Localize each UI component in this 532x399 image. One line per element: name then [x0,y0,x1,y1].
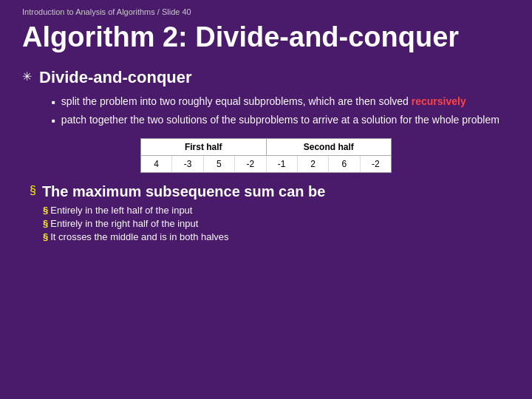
main-bullet-icon: ✳ [22,69,32,83]
sub-section-prefix-1: § [43,205,48,216]
table-cell-2: 5 [204,156,235,172]
sub-bullet-1-icon: ■ [52,98,55,106]
sub-section-bullet-3: § It crosses the middle and is in both h… [43,231,510,242]
sub-section-bullet-1: § Entirely in the left half of the input [43,205,510,216]
sub-section-bullets: § Entirely in the left half of the input… [43,205,510,242]
sub-section-text-1: Entirely in the left half of the input [50,205,192,216]
sub-section-text-3: It crosses the middle and is in both hal… [50,231,228,242]
sub-bullet-2-icon: ■ [52,117,55,125]
sub-bullet-1: ■ split the problem into two roughly equ… [52,95,510,109]
table-cell-4: -1 [267,156,298,172]
section-icon: § [30,184,36,197]
header-text: Introduction to Analysis of Algorithms /… [22,7,191,16]
table-cell-0: 4 [141,156,172,172]
sub-section-prefix-3: § [43,231,48,242]
recursive-highlight: recursively [412,95,466,107]
table-cell-6: 6 [329,156,360,172]
main-bullet-label: Divide-and-conquer [39,68,192,87]
main-bullet: ✳ Divide-and-conquer [22,68,510,87]
table-cell-3: -2 [235,156,266,172]
sub-bullet-1-text: split the problem into two roughly equal… [61,95,466,109]
title-text: Algorithm 2: Divide-and-conquer [22,21,459,52]
section-text: The maximum subsequence sum can be [42,183,325,200]
sub-bullet-2-text: patch together the two solutions of the … [61,113,499,128]
table-header-first-half: First half [141,139,267,155]
table-cell-1: -3 [172,156,203,172]
sub-bullet-2: ■ patch together the two solutions of th… [52,113,510,128]
slide-container: Introduction to Analysis of Algorithms /… [0,0,532,399]
table-cell-5: 2 [298,156,329,172]
table-header-second-half: Second half [267,139,392,155]
sub-bullets-container: ■ split the problem into two roughly equ… [52,95,510,128]
table-cell-7: -2 [361,156,391,172]
sub-section-text-2: Entirely in the right half of the input [50,218,198,229]
slide-header: Introduction to Analysis of Algorithms /… [22,7,510,16]
sub-section-bullet-2: § Entirely in the right half of the inpu… [43,218,510,229]
table-header-row: First half Second half [141,139,391,156]
slide-title: Algorithm 2: Divide-and-conquer [22,22,510,53]
sub-section-prefix-2: § [43,218,48,229]
section-bullet: § The maximum subsequence sum can be [30,183,510,200]
table-data-row: 4 -3 5 -2 -1 2 6 -2 [141,156,391,172]
array-table: First half Second half 4 -3 5 -2 -1 2 6 … [140,138,392,173]
